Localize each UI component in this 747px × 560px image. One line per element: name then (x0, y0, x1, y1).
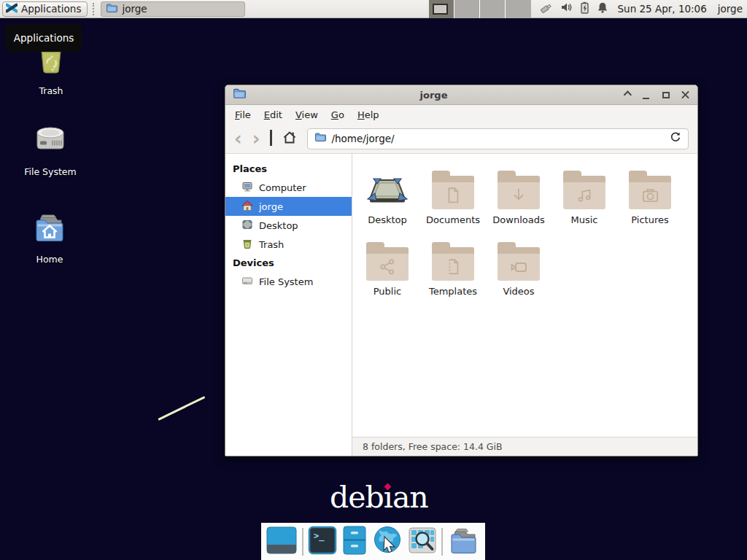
back-button[interactable]: ‹ (234, 131, 242, 146)
desktop-icon-label: Trash (39, 85, 63, 96)
xfce-menu-icon (6, 2, 18, 16)
forward-button[interactable]: › (252, 131, 260, 146)
sidebar-item-computer[interactable]: Computer (225, 178, 352, 197)
web-browser-icon[interactable] (372, 525, 403, 559)
removable-media-icon[interactable] (539, 1, 553, 17)
folder-icon (106, 2, 117, 16)
desktop-icon-label: Home (36, 254, 63, 265)
file-item-downloads[interactable]: Downloads (486, 163, 551, 234)
file-item-music[interactable]: Music (551, 163, 617, 234)
menu-view[interactable]: View (289, 106, 325, 123)
up-button[interactable] (270, 132, 272, 146)
menu-edit[interactable]: Edit (258, 106, 289, 123)
home-button[interactable] (282, 131, 297, 147)
window-title: jorge (246, 90, 622, 101)
workspace-2[interactable] (454, 0, 480, 18)
statusbar: 8 folders, Free space: 14.4 GiB (352, 437, 697, 456)
terminal-icon[interactable]: >_ (308, 526, 337, 558)
debian-diamond (384, 483, 392, 491)
folder-templates-icon (432, 247, 474, 281)
folder-music-icon (563, 176, 605, 209)
folder-icon (314, 131, 326, 146)
sidebar-item-label: jorge (259, 201, 283, 212)
dock-panel: >_ (261, 523, 485, 560)
desktop: Applications jorge (0, 0, 747, 560)
file-browser-icon[interactable] (448, 526, 480, 558)
file-item-desktop[interactable]: Desktop (355, 163, 420, 234)
folder-videos-icon (498, 247, 540, 281)
file-label: Desktop (368, 214, 407, 225)
desktop-special-icon (366, 163, 409, 209)
window-titlebar[interactable]: jorge (225, 85, 697, 105)
file-item-templates[interactable]: Templates (420, 234, 486, 306)
file-label: Pictures (631, 214, 668, 225)
file-manager-icon[interactable] (342, 526, 367, 558)
battery-icon[interactable] (580, 1, 589, 17)
tooltip-text: Applications (14, 32, 74, 44)
taskbar-window-button[interactable]: jorge (101, 1, 245, 17)
sidebar-item-jorge[interactable]: jorge (225, 197, 352, 216)
notifications-icon[interactable] (597, 1, 608, 17)
sidebar-item-trash[interactable]: Trash (225, 235, 352, 254)
workspace-1[interactable] (429, 0, 454, 18)
sidebar-item-label: Desktop (259, 220, 298, 231)
statusbar-text: 8 folders, Free space: 14.4 GiB (363, 441, 503, 452)
desktop-icon-filesystem[interactable]: File System (15, 122, 85, 177)
desktop-icon (241, 219, 253, 233)
workspace-switcher (429, 0, 531, 18)
app-finder-icon[interactable] (408, 526, 437, 558)
file-grid: Desktop Documents (352, 154, 697, 437)
menu-go[interactable]: Go (325, 106, 351, 123)
reload-icon[interactable] (670, 131, 681, 146)
sidebar-item-filesystem[interactable]: File System (225, 272, 352, 291)
file-manager-window: jorge File Edit View Go Help ‹ › (225, 85, 698, 456)
sidebar-item-label: Computer (259, 182, 306, 193)
dock-separator (302, 528, 303, 556)
menu-help[interactable]: Help (351, 106, 386, 123)
home-icon (241, 200, 253, 214)
file-label: Documents (426, 214, 480, 225)
workspace-4[interactable] (506, 0, 531, 18)
volume-icon[interactable] (560, 1, 573, 16)
file-item-videos[interactable]: Videos (486, 234, 551, 306)
path-bar[interactable]: /home/jorge/ (307, 128, 689, 149)
system-tray (539, 1, 608, 17)
file-label: Public (374, 286, 401, 297)
folder-documents-icon (432, 176, 474, 209)
file-item-documents[interactable]: Documents (420, 163, 486, 234)
sidebar: Places Computer (225, 154, 352, 456)
sidebar-header-places: Places (225, 160, 352, 178)
sidebar-item-label: File System (259, 276, 313, 287)
home-folder-icon (32, 210, 67, 249)
menu-file[interactable]: File (228, 106, 258, 123)
panel-clock[interactable]: Sun 25 Apr, 10:06 (618, 3, 707, 15)
file-label: Downloads (492, 214, 544, 225)
minimize-button[interactable] (641, 90, 651, 100)
file-label: Music (571, 214, 598, 225)
taskbar-window-label: jorge (122, 3, 147, 15)
folder-public-icon (366, 247, 409, 281)
sidebar-item-label: Trash (259, 239, 284, 250)
file-item-public[interactable]: Public (355, 234, 420, 306)
menubar: File Edit View Go Help (225, 105, 697, 124)
close-button[interactable] (681, 90, 690, 100)
workspace-window-thumb (433, 4, 448, 15)
dock-separator (441, 528, 443, 556)
computer-icon (241, 181, 253, 195)
applications-menu-button[interactable]: Applications (2, 1, 88, 17)
workspace-3[interactable] (480, 0, 506, 18)
show-desktop-icon[interactable] (266, 526, 297, 558)
path-input[interactable]: /home/jorge/ (331, 133, 665, 144)
toolbar: ‹ › /home/jor (225, 124, 697, 154)
svg-text:>_: >_ (314, 531, 325, 542)
file-item-pictures[interactable]: Pictures (617, 163, 683, 234)
sidebar-item-desktop[interactable]: Desktop (225, 216, 352, 235)
top-panel: Applications jorge (0, 0, 747, 18)
file-label: Templates (429, 286, 477, 297)
shade-button[interactable] (622, 90, 631, 100)
folder-downloads-icon (498, 176, 540, 209)
drive-icon (241, 275, 253, 289)
panel-user[interactable]: jorge (718, 3, 743, 15)
desktop-icon-home[interactable]: Home (15, 210, 85, 265)
maximize-button[interactable] (661, 90, 670, 100)
